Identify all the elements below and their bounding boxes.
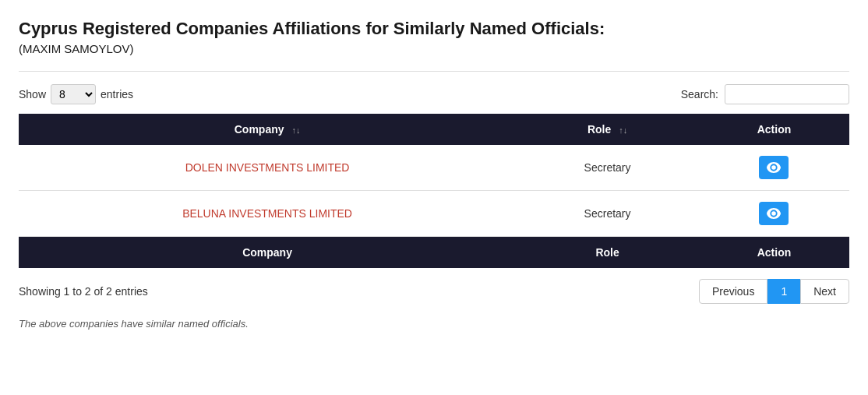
showing-text: Showing 1 to 2 of 2 entries — [19, 285, 148, 298]
column-role[interactable]: Role ↑↓ — [516, 114, 699, 145]
table-row: DOLEN INVESTMENTS LIMITED Secretary — [19, 145, 849, 191]
footer-role-label: Role — [595, 246, 619, 259]
affiliations-table: Company ↑↓ Role ↑↓ Action DOLEN INVESTME… — [19, 114, 849, 268]
company-link[interactable]: BELUNA INVESTMENTS LIMITED — [182, 207, 352, 220]
divider — [19, 71, 849, 72]
footer-action: Action — [699, 237, 849, 269]
eye-icon — [767, 208, 781, 219]
role-value: Secretary — [584, 207, 631, 220]
column-action-label: Action — [757, 123, 792, 136]
role-cell: Secretary — [516, 191, 699, 237]
table-header: Company ↑↓ Role ↑↓ Action — [19, 114, 849, 145]
footer-action-label: Action — [757, 246, 792, 259]
role-cell: Secretary — [516, 145, 699, 191]
table-footer: Company Role Action — [19, 237, 849, 269]
footer-company: Company — [19, 237, 516, 269]
action-cell — [699, 145, 849, 191]
role-value: Secretary — [584, 161, 631, 174]
table-row: BELUNA INVESTMENTS LIMITED Secretary — [19, 191, 849, 237]
column-role-label: Role — [587, 123, 611, 136]
column-company[interactable]: Company ↑↓ — [19, 114, 516, 145]
previous-button[interactable]: Previous — [699, 279, 767, 304]
sort-icon-company: ↑↓ — [291, 125, 300, 135]
search-box: Search: — [681, 84, 849, 104]
pagination: Previous 1 Next — [699, 279, 849, 304]
view-button[interactable] — [759, 202, 789, 225]
entries-label: entries — [101, 88, 133, 101]
footer-company-label: Company — [242, 246, 292, 259]
show-entries-control: Show 8 10 25 50 100 entries — [19, 84, 133, 104]
company-link[interactable]: DOLEN INVESTMENTS LIMITED — [185, 161, 350, 174]
page-title: Cyprus Registered Companies Affiliations… — [19, 19, 849, 39]
show-label: Show — [19, 88, 46, 101]
column-action: Action — [699, 114, 849, 145]
sort-icon-role: ↑↓ — [619, 125, 627, 135]
next-button[interactable]: Next — [800, 279, 849, 304]
company-cell: BELUNA INVESTMENTS LIMITED — [19, 191, 516, 237]
action-cell — [699, 191, 849, 237]
footnote: The above companies have similar named o… — [19, 318, 849, 330]
entries-select[interactable]: 8 10 25 50 100 — [51, 84, 96, 104]
page-1-button[interactable]: 1 — [767, 279, 800, 304]
footer-role: Role — [516, 237, 699, 269]
search-input[interactable] — [725, 84, 849, 104]
view-button[interactable] — [759, 156, 789, 179]
page-subtitle: (MAXIM SAMOYLOV) — [19, 42, 849, 55]
eye-icon — [767, 162, 781, 173]
column-company-label: Company — [235, 123, 284, 136]
company-cell: DOLEN INVESTMENTS LIMITED — [19, 145, 516, 191]
table-body: DOLEN INVESTMENTS LIMITED Secretary BELU… — [19, 145, 849, 237]
table-controls-bottom: Showing 1 to 2 of 2 entries Previous 1 N… — [19, 279, 849, 304]
search-label: Search: — [681, 88, 718, 101]
table-controls-top: Show 8 10 25 50 100 entries Search: — [19, 84, 849, 104]
